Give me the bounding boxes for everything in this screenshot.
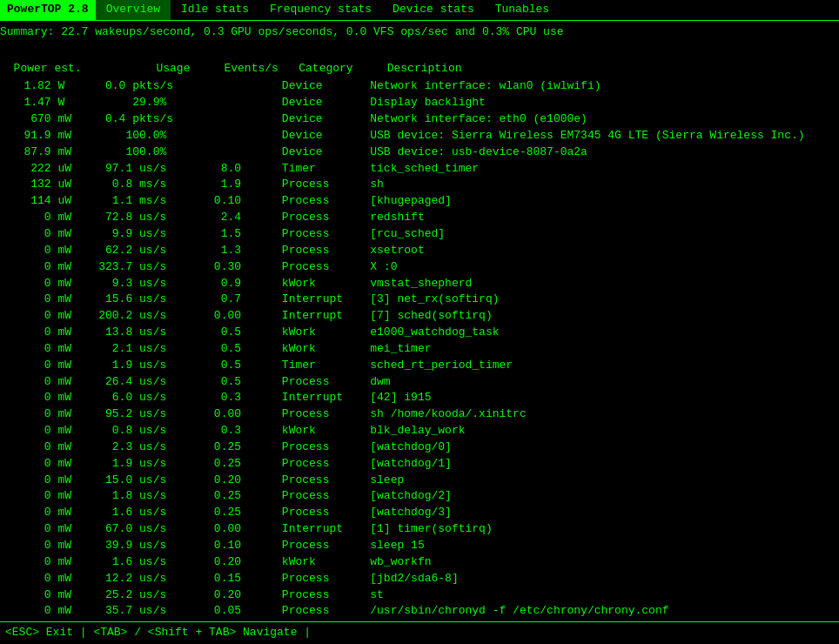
tab-device-stats[interactable]: Device stats [382, 0, 485, 20]
table-row: 0 mW 0.8 us/s 0.3 kWork blk_delay_work [3, 423, 836, 439]
table-row: 1.82 W 0.0 pkts/s Device Network interfa… [3, 78, 836, 95]
table-row: 0 mW 13.8 us/s 0.5 kWork e1000_watchdog_… [3, 325, 836, 341]
table-row: 0 mW 95.2 us/s 0.00 Process sh /home/koo… [3, 406, 836, 423]
table-row: 0 mW 200.2 us/s 0.00 Interrupt [7] sched… [3, 308, 836, 325]
bottom-bar: <ESC> Exit | <TAB> / <Shift + TAB> Navig… [0, 621, 839, 644]
table-row: 0 mW 1.8 us/s 0.25 Process [watchdog/2] [3, 488, 836, 505]
table-row: 114 uW 1.1 ms/s 0.10 Process [khugepaged… [3, 193, 836, 210]
app-title: PowerTOP 2.8 [0, 0, 96, 20]
table-row: 0 mW 1.6 us/s 0.25 Process [watchdog/3] [3, 505, 836, 521]
tab-tunables[interactable]: Tunables [485, 0, 560, 20]
table-row: 0 mW 26.4 us/s 0.5 Process dwm [3, 374, 836, 391]
table-row: 0 mW 1.9 us/s 0.25 Process [watchdog/1] [3, 456, 836, 473]
main-content: 1.82 W 0.0 pkts/s Device Network interfa… [0, 78, 839, 644]
rows-container: 1.82 W 0.0 pkts/s Device Network interfa… [3, 78, 836, 644]
table-row: 0 mW 35.7 us/s 0.05 Process /usr/sbin/ch… [3, 603, 836, 620]
table-row: 670 mW 0.4 pkts/s Device Network interfa… [3, 111, 836, 128]
table-row: 0 mW 62.2 us/s 1.3 Process xsetroot [3, 243, 836, 259]
table-row: 0 mW 12.2 us/s 0.15 Process [jbd2/sda6-8… [3, 571, 836, 587]
table-row: 0 mW 2.3 us/s 0.25 Process [watchdog/0] [3, 439, 836, 456]
table-row: 1.47 W 29.9% Device Display backlight [3, 95, 836, 111]
table-row: 0 mW 72.8 us/s 2.4 Process redshift [3, 210, 836, 226]
tab-idle-stats[interactable]: Idle stats [171, 0, 259, 20]
table-row: 0 mW 1.6 us/s 0.20 kWork wb_workfn [3, 554, 836, 571]
tab-overview[interactable]: Overview [96, 0, 171, 20]
table-row: 132 uW 0.8 ms/s 1.9 Process sh [3, 177, 836, 193]
table-row: 0 mW 67.0 us/s 0.00 Interrupt [1] timer(… [3, 521, 836, 538]
summary-bar: Summary: 22.7 wakeups/second, 0.3 GPU op… [0, 21, 839, 43]
summary-text: Summary: 22.7 wakeups/second, 0.3 GPU op… [0, 25, 564, 38]
table-row: 0 mW 2.1 us/s 0.5 kWork mei_timer [3, 341, 836, 358]
top-bar: PowerTOP 2.8 Overview Idle stats Frequen… [0, 0, 839, 21]
table-row: 0 mW 25.2 us/s 0.20 Process st [3, 587, 836, 604]
table-row: 0 mW 9.9 us/s 1.5 Process [rcu_sched] [3, 226, 836, 243]
table-row: 0 mW 1.9 us/s 0.5 Timer sched_rt_period_… [3, 358, 836, 374]
table-row: 0 mW 15.0 us/s 0.20 Process sleep [3, 473, 836, 489]
bottom-bar-text: <ESC> Exit | <TAB> / <Shift + TAB> Navig… [5, 626, 311, 639]
table-row: 0 mW 15.6 us/s 0.7 Interrupt [3] net_rx(… [3, 292, 836, 308]
table-row: 0 mW 323.7 us/s 0.30 Process X :0 [3, 259, 836, 276]
column-header: Power est. Usage Events/s Category Descr… [0, 43, 839, 79]
table-row: 222 uW 97.1 us/s 8.0 Timer tick_sched_ti… [3, 161, 836, 178]
table-row: 0 mW 9.3 us/s 0.9 kWork vmstat_shepherd [3, 276, 836, 292]
table-row: 0 mW 39.9 us/s 0.10 Process sleep 15 [3, 538, 836, 554]
table-row: 91.9 mW 100.0% Device USB device: Sierra… [3, 128, 836, 144]
tab-frequency-stats[interactable]: Frequency stats [259, 0, 382, 20]
table-row: 87.9 mW 100.0% Device USB device: usb-de… [3, 144, 836, 161]
table-row: 0 mW 6.0 us/s 0.3 Interrupt [42] i915 [3, 390, 836, 406]
